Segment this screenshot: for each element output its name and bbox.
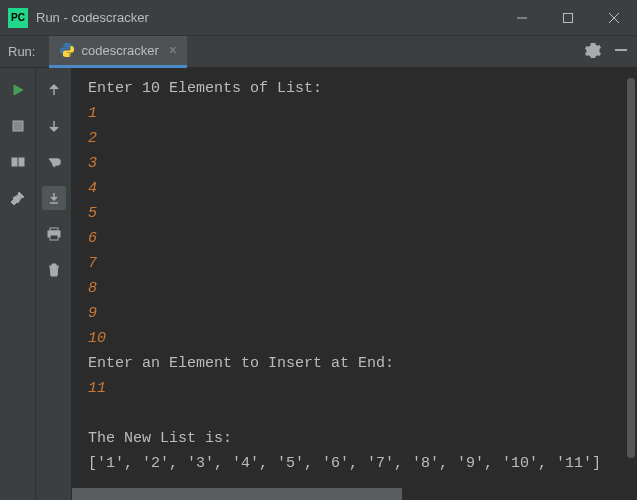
print-icon[interactable] — [42, 222, 66, 246]
console-line: 7 — [88, 251, 621, 276]
console-line: 6 — [88, 226, 621, 251]
console-line: 5 — [88, 201, 621, 226]
console-line: 4 — [88, 176, 621, 201]
down-arrow-icon[interactable] — [42, 114, 66, 138]
tab-close-icon[interactable]: × — [169, 42, 177, 58]
window-controls — [499, 0, 637, 35]
python-icon — [59, 42, 75, 58]
console-line: 8 — [88, 276, 621, 301]
console-line: 1 — [88, 101, 621, 126]
trash-icon[interactable] — [42, 258, 66, 282]
stop-icon[interactable] — [6, 114, 30, 138]
horizontal-scrollbar-thumb[interactable] — [72, 488, 402, 500]
window-title: Run - codescracker — [36, 10, 499, 25]
svg-rect-1 — [564, 13, 573, 22]
console-line: 11 — [88, 376, 621, 401]
svg-rect-6 — [12, 158, 17, 166]
minimize-button[interactable] — [499, 0, 545, 35]
console-line: 3 — [88, 151, 621, 176]
close-button[interactable] — [591, 0, 637, 35]
maximize-button[interactable] — [545, 0, 591, 35]
left-gutter — [0, 68, 36, 500]
wrap-icon[interactable] — [42, 150, 66, 174]
run-label: Run: — [8, 44, 35, 59]
console-line: Enter an Element to Insert at End: — [88, 351, 621, 376]
console-line: 10 — [88, 326, 621, 351]
run-tab[interactable]: codescracker × — [49, 36, 187, 68]
scrollbar-thumb[interactable] — [627, 78, 635, 458]
console-line: Enter 10 Elements of List: — [88, 76, 621, 101]
console-line: ['1', '2', '3', '4', '5', '6', '7', '8',… — [88, 451, 621, 476]
right-gutter — [36, 68, 72, 500]
console-line — [88, 401, 621, 426]
hide-icon[interactable] — [613, 42, 629, 62]
toolbar-right — [585, 42, 629, 62]
gear-icon[interactable] — [585, 42, 601, 62]
console-output[interactable]: Enter 10 Elements of List:12345678910Ent… — [72, 68, 637, 500]
content-area: Enter 10 Elements of List:12345678910Ent… — [0, 68, 637, 500]
layout-icon[interactable] — [6, 150, 30, 174]
up-arrow-icon[interactable] — [42, 78, 66, 102]
svg-rect-10 — [50, 235, 58, 240]
titlebar: PC Run - codescracker — [0, 0, 637, 36]
scroll-to-end-icon[interactable] — [42, 186, 66, 210]
console-line: 2 — [88, 126, 621, 151]
pin-icon[interactable] — [6, 186, 30, 210]
vertical-scrollbar[interactable] — [625, 68, 637, 500]
run-toolbar: Run: codescracker × — [0, 36, 637, 68]
console-line: The New List is: — [88, 426, 621, 451]
svg-rect-7 — [19, 158, 24, 166]
svg-rect-5 — [13, 121, 23, 131]
tab-label: codescracker — [81, 43, 158, 58]
run-icon[interactable] — [6, 78, 30, 102]
pycharm-icon: PC — [8, 8, 28, 28]
console-line: 9 — [88, 301, 621, 326]
